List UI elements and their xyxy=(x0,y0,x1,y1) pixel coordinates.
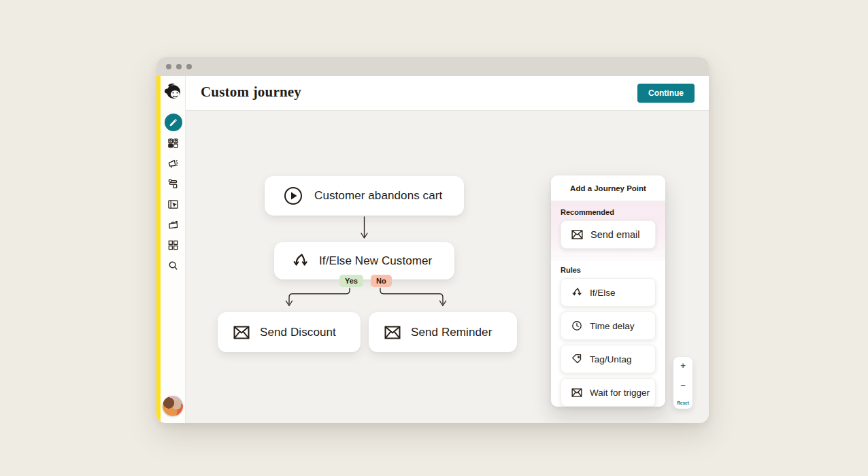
zoom-out-button[interactable]: − xyxy=(680,381,686,390)
journey-point-label: Tag/Untag xyxy=(590,354,632,364)
megaphone-icon xyxy=(167,158,179,169)
user-avatar[interactable] xyxy=(163,396,183,416)
window-titlebar xyxy=(156,57,709,76)
zoom-reset-button[interactable]: Reset xyxy=(677,401,689,405)
add-journey-point-panel: Add a Journey Point Recommended Send ema… xyxy=(551,175,665,407)
node-label: If/Else New Customer xyxy=(319,254,432,268)
recommended-section: Recommended Send email xyxy=(551,201,665,261)
node-label: Customer abandons cart xyxy=(314,189,442,203)
rules-section: Rules If/Else Time delay Tag/Untag xyxy=(551,261,665,407)
page-header: Custom journey Continue xyxy=(186,76,709,111)
journey-node-trigger[interactable]: Customer abandons cart xyxy=(265,176,464,216)
window-close-button[interactable] xyxy=(166,64,171,69)
audience-icon xyxy=(167,137,179,149)
clock-icon xyxy=(571,320,582,331)
window-maximize-button[interactable] xyxy=(186,64,192,69)
zoom-in-button[interactable]: + xyxy=(680,361,686,370)
website-icon xyxy=(167,199,179,210)
pencil-icon xyxy=(169,118,178,127)
journey-point-label: Time delay xyxy=(590,321,635,331)
commerce-icon xyxy=(167,219,179,231)
automation-icon xyxy=(167,178,179,190)
journey-canvas[interactable]: Customer abandons cart If/Else New Custo… xyxy=(186,111,709,423)
sidebar-item-automations[interactable] xyxy=(161,173,186,194)
journey-point-label: If/Else xyxy=(590,288,616,298)
panel-title: Add a Journey Point xyxy=(551,175,665,201)
journey-point-time-delay[interactable]: Time delay xyxy=(561,311,656,340)
sidebar-item-integrations[interactable] xyxy=(161,235,186,255)
journey-node-send-discount[interactable]: Send Discount xyxy=(218,312,361,352)
rules-label: Rules xyxy=(561,266,656,274)
sidebar-item-search[interactable] xyxy=(161,255,186,275)
journey-point-label: Wait for trigger xyxy=(590,388,650,398)
play-icon xyxy=(284,186,303,205)
continue-button[interactable]: Continue xyxy=(637,84,695,103)
page-title: Custom journey xyxy=(201,84,301,101)
sidebar-item-create[interactable] xyxy=(161,112,186,133)
journey-point-wait-for-trigger[interactable]: Wait for trigger xyxy=(561,378,656,407)
node-label: Send Reminder xyxy=(411,326,492,339)
sidebar-item-website[interactable] xyxy=(161,194,186,214)
journey-point-label: Send email xyxy=(590,229,640,240)
journey-point-tag-untag[interactable]: Tag/Untag xyxy=(561,345,656,373)
tag-icon xyxy=(571,354,582,364)
email-icon xyxy=(571,388,582,397)
email-icon xyxy=(571,230,583,239)
branch-yes-badge: Yes xyxy=(339,275,363,287)
journey-point-send-email[interactable]: Send email xyxy=(561,220,656,249)
node-label: Send Discount xyxy=(260,326,336,339)
sidebar-item-campaigns[interactable] xyxy=(161,153,186,173)
sidebar xyxy=(156,76,186,423)
branch-no-badge: No xyxy=(371,275,392,287)
page: Custom journey Continue Customer abandon… xyxy=(0,0,868,476)
app-window: Custom journey Continue Customer abandon… xyxy=(156,57,709,423)
sidebar-item-commerce[interactable] xyxy=(161,214,186,235)
apps-icon xyxy=(167,239,179,251)
journey-node-ifelse[interactable]: If/Else New Customer xyxy=(274,242,454,279)
sidebar-nav xyxy=(161,112,186,275)
mailchimp-logo-icon[interactable] xyxy=(164,83,183,103)
branch-icon xyxy=(571,287,582,298)
branch-icon xyxy=(292,252,309,269)
journey-point-ifelse[interactable]: If/Else xyxy=(561,278,656,307)
zoom-controls: + − Reset xyxy=(673,357,692,409)
search-icon xyxy=(167,260,179,271)
window-minimize-button[interactable] xyxy=(176,64,182,69)
email-icon xyxy=(233,326,250,339)
sidebar-item-audience[interactable] xyxy=(161,133,186,153)
email-icon xyxy=(384,326,401,339)
recommended-label: Recommended xyxy=(561,208,656,216)
journey-node-send-reminder[interactable]: Send Reminder xyxy=(369,312,517,352)
